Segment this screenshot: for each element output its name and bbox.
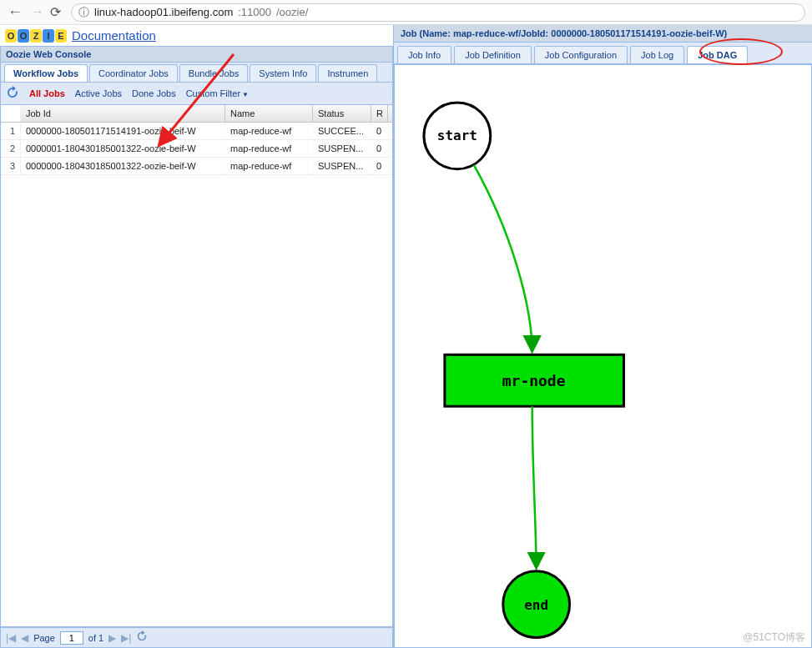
- cell-name: map-reduce-wf: [225, 158, 313, 174]
- grid-header: Job Id Name Status R: [1, 105, 392, 123]
- right-pane: Job (Name: map-reduce-wf/JobId: 0000000-…: [394, 25, 812, 648]
- page-prev-icon[interactable]: ◀: [21, 632, 28, 644]
- cell-run: 0: [371, 123, 388, 139]
- detail-tab-strip: Job Info Job Definition Job Configuratio…: [394, 43, 812, 64]
- refresh-icon[interactable]: [6, 86, 19, 101]
- row-num: 2: [1, 140, 21, 157]
- jobs-toolbar: All Jobs Active Jobs Done Jobs Custom Fi…: [0, 83, 393, 105]
- filter-all-jobs[interactable]: All Jobs: [29, 88, 65, 98]
- col-name[interactable]: Name: [225, 105, 313, 122]
- documentation-link[interactable]: Documentation: [72, 28, 156, 43]
- browser-toolbar: ← → ⟳ ⓘ linux-hadoop01.ibeifeng.com:1100…: [0, 0, 812, 25]
- cell-jobid: 0000001-180430185001322-oozie-beif-W: [21, 140, 225, 157]
- watermark: @51CTO博客: [743, 630, 805, 645]
- left-pane: OOZIE Documentation Oozie Web Console Wo…: [0, 25, 394, 648]
- page-next-icon[interactable]: ▶: [108, 632, 116, 644]
- cell-status: SUSPEN...: [313, 158, 371, 174]
- forward-button[interactable]: →: [28, 3, 45, 21]
- cell-jobid: 0000000-180430185001322-oozie-beif-W: [21, 158, 225, 174]
- info-icon: ⓘ: [78, 5, 89, 20]
- cell-status: SUSPEN...: [313, 140, 371, 157]
- custom-filter-label: Custom Filter: [186, 88, 240, 98]
- cell-run: 0: [371, 140, 388, 157]
- tab-job-log[interactable]: Job Log: [630, 46, 684, 63]
- col-rownum: [1, 105, 21, 122]
- page-input[interactable]: [60, 631, 83, 645]
- dag-edge: [532, 406, 537, 569]
- page-refresh-icon[interactable]: [136, 630, 148, 645]
- tab-bundle-jobs[interactable]: Bundle Jobs: [179, 64, 249, 82]
- dag-svg: start mr-node end: [395, 65, 811, 648]
- cell-name: map-reduce-wf: [225, 140, 313, 157]
- page-last-icon[interactable]: ▶|: [121, 632, 131, 644]
- cell-jobid: 0000000-180501171514191-oozie-beif-W: [21, 123, 225, 139]
- cell-name: map-reduce-wf: [225, 123, 313, 139]
- url-bar[interactable]: ⓘ linux-hadoop01.ibeifeng.com:11000/oozi…: [71, 3, 805, 22]
- main-tab-strip: Workflow Jobs Coordinator Jobs Bundle Jo…: [0, 63, 393, 83]
- tab-instrumentation[interactable]: Instrumen: [318, 64, 377, 82]
- dag-end-label: end: [524, 597, 548, 613]
- tab-job-configuration[interactable]: Job Configuration: [534, 46, 628, 63]
- filter-done-jobs[interactable]: Done Jobs: [132, 88, 176, 98]
- cell-status: SUCCEE...: [313, 123, 371, 139]
- row-num: 3: [1, 158, 21, 174]
- url-port: :11000: [238, 6, 271, 18]
- url-path: /oozie/: [276, 6, 308, 18]
- page-of: of 1: [88, 633, 103, 643]
- chevron-down-icon: ▼: [242, 91, 249, 98]
- tab-job-dag[interactable]: Job DAG: [687, 46, 748, 63]
- console-title: Oozie Web Console: [0, 46, 393, 63]
- jobs-grid: Job Id Name Status R 1 0000000-180501171…: [0, 105, 393, 627]
- job-detail-title: Job (Name: map-reduce-wf/JobId: 0000000-…: [394, 25, 812, 43]
- tab-job-definition[interactable]: Job Definition: [454, 46, 532, 63]
- filter-active-jobs[interactable]: Active Jobs: [75, 88, 122, 98]
- dag-start-label: start: [437, 128, 477, 143]
- dag-canvas: start mr-node end: [394, 64, 812, 648]
- dag-mr-label: mr-node: [502, 372, 566, 389]
- tab-job-info[interactable]: Job Info: [397, 46, 451, 63]
- filter-custom[interactable]: Custom Filter▼: [186, 88, 249, 98]
- tab-coordinator-jobs[interactable]: Coordinator Jobs: [89, 64, 178, 82]
- col-run[interactable]: R: [371, 105, 388, 122]
- col-status[interactable]: Status: [313, 105, 371, 122]
- page-first-icon[interactable]: |◀: [6, 632, 16, 644]
- oozie-header: OOZIE Documentation: [0, 25, 393, 46]
- row-num: 1: [1, 123, 21, 139]
- dag-edge: [474, 165, 532, 353]
- table-row[interactable]: 1 0000000-180501171514191-oozie-beif-W m…: [1, 123, 392, 140]
- tab-workflow-jobs[interactable]: Workflow Jobs: [4, 64, 88, 82]
- paging-toolbar: |◀ ◀ Page of 1 ▶ ▶|: [0, 627, 393, 648]
- cell-run: 0: [371, 158, 388, 174]
- reload-button[interactable]: ⟳: [50, 4, 61, 20]
- back-button[interactable]: ←: [7, 3, 23, 21]
- page-label: Page: [33, 633, 55, 643]
- col-jobid[interactable]: Job Id: [21, 105, 225, 122]
- table-row[interactable]: 2 0000001-180430185001322-oozie-beif-W m…: [1, 140, 392, 158]
- tab-system-info[interactable]: System Info: [250, 64, 316, 82]
- oozie-logo: OOZIE: [5, 29, 67, 43]
- table-row[interactable]: 3 0000000-180430185001322-oozie-beif-W m…: [1, 158, 392, 175]
- url-host: linux-hadoop01.ibeifeng.com: [94, 6, 233, 18]
